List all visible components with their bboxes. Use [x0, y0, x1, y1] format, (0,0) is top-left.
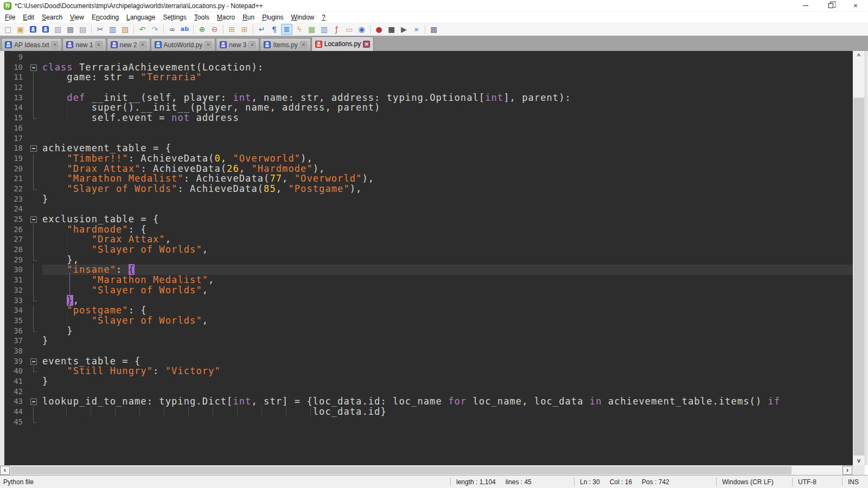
new-file-button[interactable]: ▢ [2, 24, 14, 35]
code-line[interactable]: 21 "Marathon Medalist": AchieveData(77, … [4, 174, 853, 184]
copy-button[interactable]: ▥ [107, 24, 118, 35]
tab-close-icon[interactable]: ✕ [300, 41, 307, 48]
open-file-button[interactable]: ▣ [15, 24, 26, 35]
code-line[interactable]: 16 [4, 123, 853, 133]
undo-button[interactable]: ↶ [137, 24, 148, 35]
menu-run[interactable]: Run [239, 12, 258, 22]
menu-window[interactable]: Window [288, 12, 318, 22]
tab-close-icon[interactable]: ✕ [95, 41, 103, 48]
code-line[interactable]: 17 [4, 133, 853, 144]
macro-stop-button[interactable]: ■ [386, 24, 397, 35]
folder-as-workspace-button[interactable]: ▭ [343, 24, 355, 35]
cut-button[interactable]: ✂ [94, 24, 106, 35]
run-script-button[interactable]: ƒ [331, 24, 342, 35]
vertical-scroll-thumb[interactable] [853, 98, 864, 455]
code-line[interactable]: 34 "postgame": { [4, 305, 853, 316]
code-line[interactable]: 36 } [4, 326, 853, 336]
code-line[interactable]: 20 "Drax Attax": AchieveData(26, "Hardmo… [4, 164, 853, 174]
status-insert-mode[interactable]: INS [842, 478, 868, 486]
document-switcher-button[interactable]: ▥ [318, 24, 330, 35]
menu-file[interactable]: File [1, 12, 19, 22]
code-line[interactable]: 22 "Slayer of Worlds": AchieveData(85, "… [4, 184, 853, 194]
code-line[interactable]: 24 [4, 204, 853, 214]
print-button[interactable]: ▤ [77, 24, 88, 35]
code-line[interactable]: 14 super().__init__(player, name, addres… [4, 102, 853, 113]
menu-encoding[interactable]: Encoding [88, 12, 123, 22]
tab-close-icon[interactable]: ✕ [139, 41, 146, 48]
code-line[interactable]: 9 [4, 52, 853, 62]
sync-horizontal-scroll-button[interactable]: ⊞ [239, 24, 250, 35]
menu-settings[interactable]: Settings [159, 12, 190, 22]
editor-pane[interactable]: 910class TerrariaAchievement(Location):1… [4, 51, 853, 465]
fold-toggle-icon[interactable] [28, 214, 42, 224]
fold-toggle-icon[interactable] [28, 93, 42, 103]
code-line[interactable]: 25exclusion_table = { [4, 214, 853, 224]
zoom-in-button[interactable]: ⊕ [196, 24, 208, 35]
fold-toggle-icon[interactable] [28, 265, 42, 275]
close-all-button[interactable]: ▩ [65, 24, 76, 35]
tab-new-1[interactable]: new 1✕ [62, 38, 106, 51]
code-line[interactable]: 29 }, [4, 255, 853, 265]
tab-ap-ideas-txt[interactable]: AP Ideas.txt✕ [1, 38, 62, 51]
vertical-scrollbar[interactable]: ^ v [853, 51, 865, 465]
scroll-up-arrow[interactable]: ^ [853, 51, 865, 61]
code-line[interactable]: 15 self.event = not address [4, 113, 853, 123]
paste-button[interactable]: ▧ [119, 24, 131, 35]
tab-close-icon[interactable]: ✕ [205, 41, 212, 48]
code-line[interactable]: 18achievement_table = { [4, 143, 853, 153]
menu-tools[interactable]: Tools [190, 12, 213, 22]
show-all-characters-button[interactable]: ¶ [269, 24, 280, 35]
code-line[interactable]: 28 "Slayer of Worlds", [4, 245, 853, 255]
code-line[interactable]: 11 game: str = "Terraria" [4, 72, 853, 82]
trim-trailing-and-save-button[interactable]: ▩ [428, 24, 439, 35]
tab-autoworld-py[interactable]: AutoWorld.py✕ [151, 38, 216, 51]
scroll-down-arrow[interactable]: v [853, 455, 865, 465]
horizontal-scrollbar[interactable]: ‹ › [0, 465, 853, 475]
show-indent-guide-button[interactable]: ≣ [281, 24, 292, 35]
horizontal-scroll-thumb[interactable] [10, 466, 792, 474]
monitoring-button[interactable]: ◉ [356, 24, 367, 35]
sync-vertical-scroll-button[interactable]: ⊞ [226, 24, 238, 35]
code-line[interactable]: 12 [4, 82, 853, 93]
code-line[interactable]: 38 [4, 346, 853, 356]
close-button[interactable]: × [843, 0, 868, 12]
fold-toggle-icon[interactable] [28, 356, 42, 367]
save-button[interactable] [27, 24, 39, 35]
scroll-right-arrow[interactable]: › [843, 466, 852, 475]
fold-toggle-icon[interactable] [28, 396, 42, 407]
word-wrap-button[interactable]: ↵ [256, 24, 267, 35]
code-line[interactable]: 39events_table = { [4, 356, 853, 367]
tab-close-icon[interactable]: ✕ [248, 41, 256, 48]
code-line[interactable]: 31 "Marathon Medalist", [4, 275, 853, 285]
fold-toggle-icon[interactable] [28, 224, 42, 235]
code-line[interactable]: 33 }, [4, 296, 853, 306]
scroll-left-arrow[interactable]: ‹ [0, 466, 10, 475]
code-line[interactable]: 10class TerrariaAchievement(Location): [4, 62, 853, 73]
redo-button[interactable]: ↷ [149, 24, 161, 35]
menu-search[interactable]: Search [38, 12, 66, 22]
code-line[interactable]: 23} [4, 194, 853, 204]
restore-button[interactable] [818, 0, 843, 12]
tab-close-icon[interactable]: ✕ [51, 41, 58, 48]
zoom-out-button[interactable]: ⊖ [209, 24, 220, 35]
code-line[interactable]: 44 loc_data.id} [4, 407, 853, 417]
code-line[interactable]: 42 [4, 387, 853, 397]
save-all-button[interactable] [40, 24, 51, 35]
fold-toggle-icon[interactable] [28, 305, 42, 316]
code-line[interactable]: 32 "Slayer of Worlds", [4, 285, 853, 296]
code-line[interactable]: 37} [4, 336, 853, 346]
document-map-button[interactable]: ▦ [306, 24, 317, 35]
menu-view[interactable]: View [66, 12, 88, 22]
replace-button[interactable]: ab [179, 24, 190, 35]
minimize-button[interactable] [793, 0, 818, 12]
menu-language[interactable]: Language [123, 12, 159, 22]
code-line[interactable]: 45 [4, 417, 853, 427]
close-button[interactable]: ▨ [52, 24, 63, 35]
fold-toggle-icon[interactable] [28, 62, 42, 73]
find-button[interactable]: ∞ [167, 24, 178, 35]
code-line[interactable]: 27 "Drax Attax", [4, 234, 853, 245]
menu-edit[interactable]: Edit [19, 12, 38, 22]
code-line[interactable]: 41} [4, 376, 853, 387]
code-line[interactable]: 26 "hardmode": { [4, 224, 853, 235]
macro-play-button[interactable]: ▶ [398, 24, 410, 35]
